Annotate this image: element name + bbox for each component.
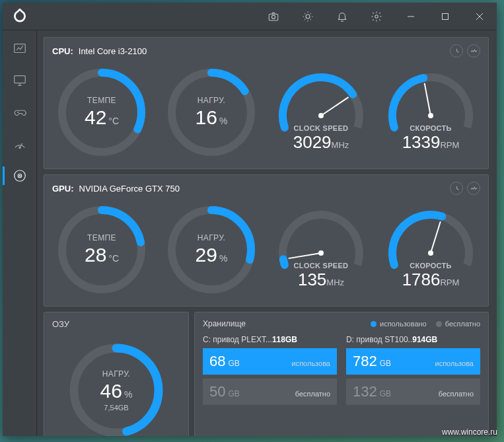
cpu-detail-icon[interactable] [450,44,463,57]
cpu-graph-icon[interactable] [467,44,480,57]
app-logo-icon [3,8,37,25]
svg-point-10 [19,175,20,176]
cpu-label: CPU: [52,46,73,56]
screenshot-button[interactable] [256,3,291,30]
gpu-clock-dial: CLOCK SPEED135MHz [271,200,371,299]
drive-d-used-bar: 782GBиспользова [346,348,480,375]
cpu-load-gauge: НАГРУ.16% [162,63,261,162]
brightness-button[interactable] [291,3,325,30]
svg-point-3 [375,15,378,18]
ram-panel: ОЗУ НАГРУ.46%7,54GB [44,312,189,436]
svg-point-7 [19,147,20,148]
app-window: CPU: Intel Core i3-2100 ТЕМПЕ42°C НАГРУ.… [3,3,497,436]
content-area: CPU: Intel Core i3-2100 ТЕМПЕ42°C НАГРУ.… [37,30,497,436]
watermark: www.wincore.ru [442,427,497,437]
minimize-button[interactable] [394,3,428,30]
svg-point-1 [271,15,275,18]
sidebar-gaming[interactable] [3,96,37,128]
settings-button[interactable] [359,3,394,30]
sidebar-display[interactable] [3,65,37,96]
sidebar-dashboard[interactable] [3,33,37,65]
drive-c-used-bar: 68GBиспользова [203,348,337,375]
sidebar-sensors[interactable] [3,160,37,192]
drive-c: C: привод PLEXT...118GB 68GBиспользова 5… [203,335,337,409]
notifications-button[interactable] [325,3,359,30]
storage-panel: Хранилище использовано бесплатно C: прив… [194,312,489,436]
bottom-row: ОЗУ НАГРУ.46%7,54GB Хранилище использова… [44,312,489,436]
maximize-button[interactable] [428,3,462,30]
gpu-panel-header: GPU: NVIDIA GeForce GTX 750 [52,182,480,195]
close-button[interactable] [462,3,497,30]
cpu-clock-dial: CLOCK SPEED3029MHz [271,63,371,162]
svg-point-2 [306,15,310,18]
drive-d-free-bar: 132GBбесплатно [346,379,480,405]
storage-legend: использовано бесплатно [371,320,480,328]
ram-title: ОЗУ [52,319,69,329]
gpu-detail-icon[interactable] [450,182,463,195]
titlebar [3,3,497,30]
drive-c-free-bar: 50GBбесплатно [203,379,337,405]
svg-rect-5 [15,44,26,53]
app-body: CPU: Intel Core i3-2100 ТЕМПЕ42°C НАГРУ.… [3,30,497,436]
storage-title: Хранилище [203,319,246,328]
sidebar [3,30,37,436]
sidebar-performance[interactable] [3,128,37,160]
cpu-fan-dial: СКОРОСТЬ1339RPM [381,63,480,162]
cpu-name: Intel Core i3-2100 [79,46,147,56]
cpu-panel-header: CPU: Intel Core i3-2100 [52,44,480,57]
gpu-panel: GPU: NVIDIA GeForce GTX 750 ТЕМПЕ28°C НА… [44,174,489,307]
svg-rect-4 [443,13,449,19]
gpu-graph-icon[interactable] [467,182,480,195]
gpu-load-gauge: НАГРУ.29% [162,200,261,299]
svg-rect-6 [15,76,26,83]
gpu-fan-dial: СКОРОСТЬ1786RPM [381,200,480,299]
gpu-temp-gauge: ТЕМПЕ28°C [52,200,151,299]
cpu-temp-gauge: ТЕМПЕ42°C [52,63,151,162]
gpu-name: NVIDIA GeForce GTX 750 [79,184,180,194]
cpu-panel: CPU: Intel Core i3-2100 ТЕМПЕ42°C НАГРУ.… [44,37,489,169]
gpu-label: GPU: [52,184,74,194]
drive-d: D: привод ST100..914GB 782GBиспользова 1… [346,335,480,409]
ram-gauge: НАГРУ.46%7,54GB [63,338,169,436]
